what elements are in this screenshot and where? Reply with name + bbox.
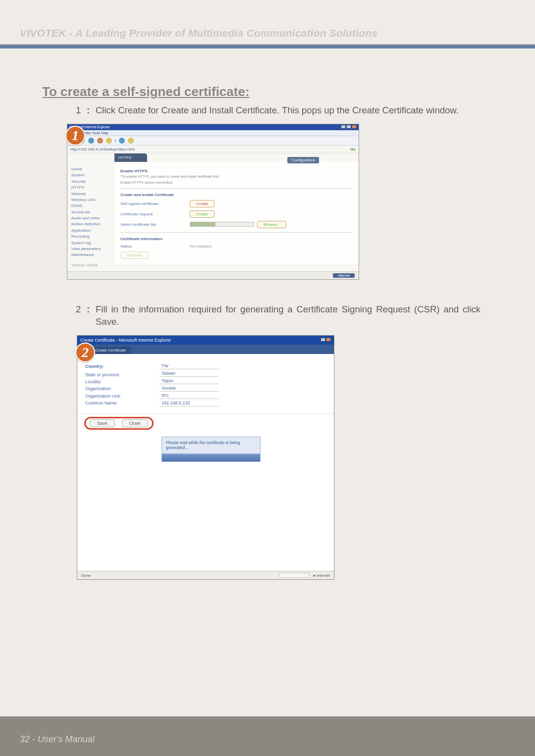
popup-tabrow: Create Certificate [77, 345, 334, 354]
step-2-number: 2 [76, 303, 87, 328]
row-certreq-label: Certificate request: [120, 212, 190, 216]
footer-text: 32 - User's Manual [0, 716, 535, 745]
status-done: Done [81, 573, 91, 578]
popup-window-buttons[interactable] [320, 338, 331, 343]
row-selfsigned-label: Self-signed certificate: [120, 202, 190, 206]
fav-icon[interactable] [128, 138, 134, 144]
input-org[interactable]: Vivotek [160, 385, 219, 392]
file-path-input[interactable] [190, 222, 254, 227]
row-status-label: Status: [120, 244, 190, 249]
step-2-text: Fill in the information required for gen… [96, 303, 481, 328]
nav-av[interactable]: Audio and video [71, 215, 111, 221]
tab-https[interactable]: HTTPS [114, 153, 147, 162]
refresh-icon[interactable] [97, 138, 103, 144]
lbl-orgunit: Organization Unit: [85, 393, 145, 400]
panel1-title: Enable HTTPS [120, 169, 353, 173]
screenshot-2: 2 Create Certificate - Microsoft Interne… [77, 335, 334, 580]
panel1-hint2: Enable HTTPS secure connection [120, 181, 353, 184]
lbl-org: Organization: [85, 385, 145, 392]
ie-toolbar[interactable]: | [67, 136, 359, 146]
step-1: 1 : Click Create for Create and Install … [76, 104, 481, 117]
ie-titlebar: Microsoft Internet Explorer [67, 124, 359, 130]
panel3-title: Certificate Information [120, 237, 353, 241]
config-sidebar: Home System Security HTTPS Network Wirel… [67, 153, 114, 271]
status-zone: ● Internet [313, 573, 330, 578]
row-status-value: Not installed [190, 244, 212, 249]
input-locality[interactable]: Taipei [160, 378, 219, 384]
remove-button[interactable]: Remove [120, 252, 148, 259]
progress-dialog: Please wait while the certificate is bei… [161, 437, 261, 462]
brand-tagline: VIVOTEK - A Leading Provider of Multimed… [0, 27, 535, 39]
nav-network[interactable]: Network [71, 191, 111, 197]
save-button[interactable]: Save [90, 419, 115, 427]
screenshot-1: 1 Microsoft Internet Explorer File Favor… [67, 124, 359, 280]
input-country[interactable]: TW [160, 363, 219, 369]
popup-statusbar: Done ● Internet [77, 571, 334, 579]
step-1-number: 1 [76, 104, 87, 117]
section-title: To create a self-signed certificate: [42, 84, 481, 100]
tab-create-cert[interactable]: Create Certificate [90, 347, 131, 354]
nav-home[interactable]: Home [71, 166, 111, 172]
nav-ddns[interactable]: DDNS [71, 203, 111, 209]
nav-recording[interactable]: Recording [71, 234, 111, 240]
nav-motion[interactable]: Motion detection [71, 221, 111, 227]
page-body: To create a self-signed certificate: 1 :… [0, 54, 535, 580]
status-internet: Internet [333, 273, 355, 278]
badge-2: 2 [75, 343, 95, 362]
popup-empty-area [77, 462, 334, 571]
nav-https[interactable]: HTTPS [71, 185, 111, 191]
window-buttons[interactable] [340, 125, 357, 129]
lbl-locality: Locality: [85, 378, 145, 385]
nav-syslog[interactable]: System log [71, 240, 111, 246]
progress-bar [162, 454, 260, 461]
close-button[interactable]: Close [122, 419, 148, 427]
row-selectfile-label: Select certificate file: [120, 222, 190, 227]
nav-maintenance[interactable]: Maintenance [71, 252, 111, 258]
progress-message: Please wait while the certificate is bei… [162, 437, 260, 454]
search-icon[interactable] [119, 138, 125, 144]
step-2-colon: : [87, 303, 96, 328]
nav-security[interactable]: Security [71, 179, 111, 185]
status-segment [279, 573, 309, 578]
step-2: 2 : Fill in the information required for… [76, 303, 481, 328]
save-highlight: Save Close [84, 417, 154, 430]
browse-button[interactable]: Browse... [257, 221, 286, 228]
ie-addressbar[interactable]: http://192.168.4.103/setup/https.html Go [67, 146, 359, 153]
lbl-state: State or province: [85, 371, 145, 378]
config-main: HTTPS Enable HTTPS *To enable HTTPS, you… [114, 153, 359, 271]
step-1-colon: : [87, 104, 96, 117]
lbl-country: Country: [85, 363, 145, 370]
page-footer: 32 - User's Manual [0, 716, 535, 756]
panel2-title: Create and Install Certificate [120, 193, 353, 197]
configuration-badge[interactable]: Configuration [287, 157, 319, 163]
nav-system[interactable]: System [71, 172, 111, 178]
nav-viewparams[interactable]: View parameters [71, 246, 111, 252]
toolbar-sep: | [115, 138, 116, 143]
input-orgunit[interactable]: IPC [160, 393, 219, 399]
badge-1: 1 [65, 126, 85, 146]
status-zone-text: Internet [317, 573, 330, 578]
doc-header: VIVOTEK - A Leading Provider of Multimed… [0, 0, 535, 54]
go-button[interactable]: Go [350, 147, 356, 151]
ie-menubar[interactable]: File Favorites Tools Help [67, 130, 359, 136]
popup-titlebar: Create Certificate - Microsoft Internet … [77, 336, 334, 345]
step-1-text: Click Create for Create and Install Cert… [96, 104, 481, 117]
nav-version: Version: 0100a [71, 262, 111, 268]
panel1-hint1: *To enable HTTPS, you have to create and… [120, 175, 353, 178]
stop-icon[interactable] [88, 138, 94, 144]
home-icon[interactable] [106, 138, 112, 144]
nav-application[interactable]: Application [71, 228, 111, 234]
popup-buttonbar: Save Close [77, 414, 334, 433]
input-cn[interactable]: 192.168.5.133 [160, 400, 219, 406]
nav-accesslist[interactable]: Access list [71, 209, 111, 215]
lbl-cn: Common Name: [85, 400, 145, 406]
cert-form: Country: State or province: Locality: Or… [77, 354, 334, 414]
create-certreq-button[interactable]: Create [190, 210, 214, 218]
input-state[interactable]: Taiwan [160, 370, 219, 377]
url-value: http://192.168.4.103/setup/https.html [70, 147, 135, 151]
popup-title: Create Certificate - Microsoft Internet … [80, 338, 171, 343]
create-selfsigned-button[interactable]: Create [190, 200, 214, 207]
ie-statusbar: Internet [67, 271, 359, 279]
divider-blue [0, 45, 535, 49]
nav-wireless[interactable]: Wireless LAN [71, 197, 111, 203]
